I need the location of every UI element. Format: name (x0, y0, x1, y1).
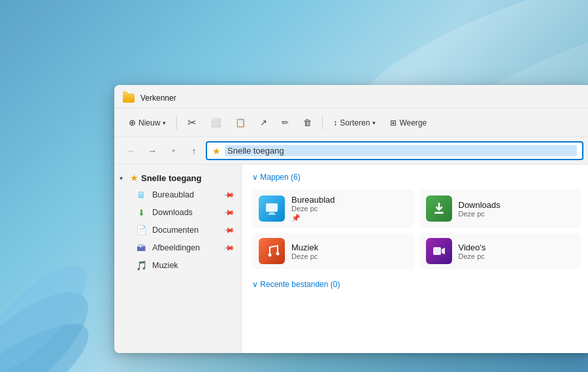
downloads-folder-icon: ⬇ (135, 207, 147, 218)
separator-2 (322, 116, 323, 129)
delete-button[interactable]: 🗑 (297, 114, 318, 131)
forward-icon: → (148, 146, 157, 156)
docs-folder-icon: 📄 (135, 224, 147, 236)
svg-point-13 (269, 254, 272, 257)
sort-icon: ↕ (333, 118, 337, 127)
svg-rect-10 (269, 212, 274, 214)
address-text: Snelle toegang (225, 145, 577, 156)
folders-section-header[interactable]: ∨ Mappen (6) (252, 173, 581, 182)
share-icon: ↗ (260, 118, 267, 127)
desktop-folder-icon: 🖥 (135, 189, 147, 201)
sidebar-music-label: Muziek (152, 261, 233, 270)
svg-rect-15 (433, 247, 441, 255)
view-icon: ⊞ (390, 118, 397, 127)
recent-section-chevron: ∨ (252, 280, 260, 289)
videos-svg-icon (431, 243, 447, 259)
sidebar-item-desktop[interactable]: 🖥 Bureaublad 📌 (117, 186, 238, 203)
music-card-sub: Deze pc (291, 252, 318, 260)
videos-card-name: Video's (459, 243, 486, 252)
copy-button[interactable]: ⬜ (204, 114, 227, 131)
desktop-card-info: Bureaublad Deze pc 📌 (291, 195, 335, 222)
pin-icon-3: 📌 (222, 224, 235, 236)
folder-card-desktop[interactable]: Bureaublad Deze pc 📌 (252, 190, 414, 228)
up-icon: ↑ (192, 146, 197, 156)
main-content: ▾ ★ Snelle toegang 🖥 Bureaublad 📌 ⬇ Down… (114, 165, 588, 353)
explorer-window: Verkenner ⊕ Nieuw ▾ ✂ ⬜ 📋 ↗ ✏ 🗑 ↕ (114, 85, 588, 353)
rename-button[interactable]: ✏ (275, 114, 295, 131)
videos-card-icon (426, 238, 452, 264)
cut-button[interactable]: ✂ (181, 112, 203, 133)
desktop-svg-icon (264, 201, 280, 216)
folders-section-chevron: ∨ (252, 173, 260, 182)
recent-section: ∨ Recente bestanden (0) (252, 280, 581, 289)
svg-point-14 (276, 252, 280, 256)
sort-label: Sorteren (340, 118, 370, 127)
downloads-card-name: Downloads (459, 200, 500, 210)
chevron-down-icon: ▾ (163, 120, 166, 126)
up-button[interactable]: ↑ (185, 142, 203, 160)
share-button[interactable]: ↗ (253, 114, 274, 131)
downloads-card-icon (426, 195, 452, 222)
music-folder-icon: 🎵 (135, 260, 147, 271)
music-card-icon (259, 238, 285, 264)
paste-icon: 📋 (235, 118, 246, 127)
sidebar-docs-label: Documenten (152, 226, 219, 235)
pin-icon-2: 📌 (222, 206, 235, 218)
music-card-name: Muziek (291, 243, 318, 252)
title-bar-icon (122, 92, 135, 105)
svg-rect-12 (434, 212, 444, 214)
sidebar-item-images[interactable]: 🏔 Afbeeldingen 📌 (117, 239, 238, 256)
separator-1 (176, 116, 177, 129)
recent-section-label: Recente bestanden (0) (260, 280, 340, 289)
quick-access-star-icon: ★ (130, 173, 139, 183)
desktop-card-sub: Deze pc (291, 205, 335, 212)
toolbar: ⊕ Nieuw ▾ ✂ ⬜ 📋 ↗ ✏ 🗑 ↕ Sorteren ▾ (114, 109, 588, 137)
sidebar-downloads-label: Downloads (152, 208, 219, 217)
title-bar: Verkenner (114, 85, 588, 109)
chevron-icon: ▾ (120, 175, 127, 182)
new-label: Nieuw (139, 118, 160, 127)
folders-grid: Bureaublad Deze pc 📌 Downloads (252, 190, 581, 269)
trash-icon: 🗑 (303, 118, 312, 127)
sidebar-desktop-label: Bureaublad (152, 190, 219, 199)
back-icon: ← (127, 146, 136, 156)
downloads-card-info: Downloads Deze pc (459, 200, 500, 218)
sidebar-item-downloads[interactable]: ⬇ Downloads 📌 (117, 204, 238, 221)
dropdown-icon: ▾ (172, 147, 175, 154)
downloads-card-sub: Deze pc (459, 210, 500, 218)
desktop-card-pin: 📌 (291, 214, 335, 222)
sort-button[interactable]: ↕ Sorteren ▾ (327, 115, 382, 131)
quick-access-label: Snelle toegang (141, 173, 201, 183)
videos-card-sub: Deze pc (459, 252, 486, 260)
music-svg-icon (264, 243, 280, 259)
folder-card-downloads[interactable]: Downloads Deze pc (419, 190, 581, 228)
music-card-info: Muziek Deze pc (291, 243, 318, 260)
folders-section-label: Mappen (6) (260, 173, 300, 182)
address-star-icon: ★ (212, 146, 221, 156)
cut-icon: ✂ (188, 116, 196, 129)
dropdown-button[interactable]: ▾ (164, 142, 182, 160)
rename-icon: ✏ (282, 118, 289, 127)
sidebar-images-label: Afbeeldingen (152, 243, 219, 252)
recent-section-header[interactable]: ∨ Recente bestanden (0) (252, 280, 581, 289)
copy-icon: ⬜ (210, 118, 221, 127)
pin-icon: 📌 (222, 188, 235, 201)
forward-button[interactable]: → (143, 142, 161, 160)
window-title: Verkenner (140, 93, 176, 103)
paste-button[interactable]: 📋 (229, 114, 252, 131)
desktop-card-name: Bureaublad (291, 195, 335, 205)
new-button[interactable]: ⊕ Nieuw ▾ (122, 114, 172, 131)
address-input-wrapper[interactable]: ★ Snelle toegang (206, 141, 583, 160)
folder-icon (123, 93, 135, 103)
view-label: Weerge (399, 118, 427, 127)
folder-card-music[interactable]: Muziek Deze pc (252, 233, 414, 269)
folder-card-videos[interactable]: Video's Deze pc (419, 233, 581, 269)
plus-icon: ⊕ (129, 118, 136, 127)
sidebar-item-music[interactable]: 🎵 Muziek (117, 257, 238, 274)
sidebar-quick-access-header[interactable]: ▾ ★ Snelle toegang (114, 170, 241, 186)
sidebar: ▾ ★ Snelle toegang 🖥 Bureaublad 📌 ⬇ Down… (114, 165, 242, 353)
view-button[interactable]: ⊞ Weerge (384, 115, 433, 131)
back-button[interactable]: ← (122, 142, 140, 160)
downloads-svg-icon (431, 201, 447, 216)
sidebar-item-docs[interactable]: 📄 Documenten 📌 (117, 222, 238, 239)
